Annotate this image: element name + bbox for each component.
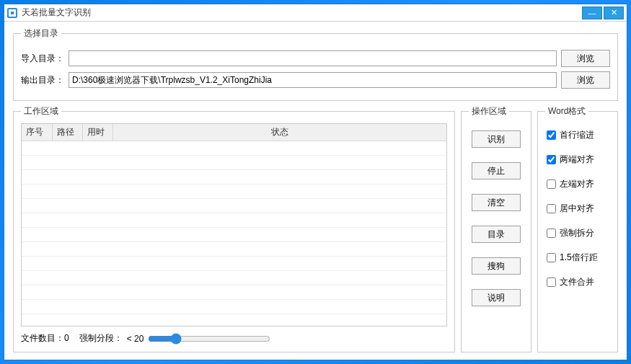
table-row [22, 300, 446, 314]
work-footer: 文件数目：0 强制分段： < 20 [21, 332, 447, 345]
output-browse-button[interactable]: 浏览 [561, 71, 610, 89]
ops-group: 操作区域 识别 停止 清空 目录 搜狗 说明 [461, 105, 531, 352]
work-table-body [22, 141, 446, 314]
output-dir-input[interactable] [69, 72, 557, 88]
table-row [22, 271, 446, 285]
work-area-group: 工作区域 序号 路径 用时 状态 [13, 105, 455, 352]
table-row [22, 156, 446, 170]
ops-col: 操作区域 识别 停止 清空 目录 搜狗 说明 [461, 105, 531, 352]
chk-justify[interactable]: 两端对齐 [547, 154, 609, 166]
output-label: 输出目录： [21, 74, 64, 86]
chk-justify-box[interactable] [547, 155, 556, 164]
output-row: 输出目录： 浏览 [21, 71, 610, 89]
mid-section: 工作区域 序号 路径 用时 状态 [13, 105, 618, 352]
recognize-button[interactable]: 识别 [472, 130, 521, 148]
import-dir-input[interactable] [69, 50, 557, 66]
force-seg-slider[interactable] [148, 333, 270, 345]
work-legend: 工作区域 [21, 105, 61, 117]
table-row [22, 170, 446, 185]
app-window: 天若批量文字识别 — ✕ 选择目录 导入目录： 浏览 输出目录： 浏览 工作区域 [4, 4, 627, 360]
col-time[interactable]: 用时 [82, 124, 112, 141]
chk-center[interactable]: 居中对齐 [547, 203, 609, 215]
col-status[interactable]: 状态 [112, 124, 446, 141]
titlebar: 天若批量文字识别 — ✕ [4, 4, 627, 22]
table-row [22, 257, 446, 271]
chk-force-split-box[interactable] [547, 228, 556, 238]
sogou-button[interactable]: 搜狗 [472, 257, 521, 275]
wordfmt-legend: Word格式 [545, 105, 588, 117]
import-browse-button[interactable]: 浏览 [561, 50, 610, 67]
chk-center-box[interactable] [547, 204, 556, 213]
client-area: 选择目录 导入目录： 浏览 输出目录： 浏览 工作区域 序号 [4, 22, 627, 360]
force-seg-value: < 20 [127, 334, 144, 344]
wordfmt-col: Word格式 首行缩进 两端对齐 左端对齐 居中对齐 强制拆分 1.5倍行距 文… [537, 105, 618, 352]
chk-line-15-box[interactable] [547, 253, 556, 262]
dir-legend: 选择目录 [21, 27, 61, 40]
work-table-wrap[interactable]: 序号 路径 用时 状态 [21, 123, 447, 327]
force-seg-wrap: 强制分段： < 20 [79, 332, 271, 345]
import-row: 导入目录： 浏览 [21, 50, 610, 67]
dir-button[interactable]: 目录 [472, 226, 521, 243]
col-path[interactable]: 路径 [52, 124, 82, 141]
table-row [22, 242, 446, 257]
chk-merge-files[interactable]: 文件合并 [547, 276, 609, 288]
table-row [22, 213, 446, 228]
window-title: 天若批量文字识别 [22, 6, 581, 19]
col-seq[interactable]: 序号 [22, 124, 52, 141]
table-row [22, 199, 446, 213]
ops-legend: 操作区域 [469, 105, 509, 117]
minimize-button[interactable]: — [582, 6, 602, 19]
import-label: 导入目录： [21, 53, 64, 65]
chk-left-box[interactable] [547, 179, 556, 189]
table-row [22, 141, 446, 156]
close-button[interactable]: ✕ [604, 6, 624, 19]
chk-force-split[interactable]: 强制拆分 [547, 227, 609, 239]
chk-left[interactable]: 左端对齐 [547, 178, 609, 190]
file-count: 文件数目：0 [21, 332, 69, 345]
chk-merge-files-box[interactable] [547, 278, 556, 287]
force-seg-label: 强制分段： [79, 332, 123, 345]
dir-group: 选择目录 导入目录： 浏览 输出目录： 浏览 [13, 27, 618, 101]
table-row [22, 228, 446, 242]
table-row [22, 185, 446, 199]
app-icon [7, 8, 17, 18]
help-button[interactable]: 说明 [472, 289, 521, 306]
work-table: 序号 路径 用时 状态 [22, 124, 446, 314]
chk-first-indent-box[interactable] [547, 130, 556, 140]
chk-first-indent[interactable]: 首行缩进 [547, 129, 609, 141]
stop-button[interactable]: 停止 [472, 162, 521, 179]
clear-button[interactable]: 清空 [472, 194, 521, 211]
chk-line-15[interactable]: 1.5倍行距 [547, 252, 609, 264]
table-row [22, 285, 446, 300]
wordfmt-group: Word格式 首行缩进 两端对齐 左端对齐 居中对齐 强制拆分 1.5倍行距 文… [537, 105, 618, 352]
